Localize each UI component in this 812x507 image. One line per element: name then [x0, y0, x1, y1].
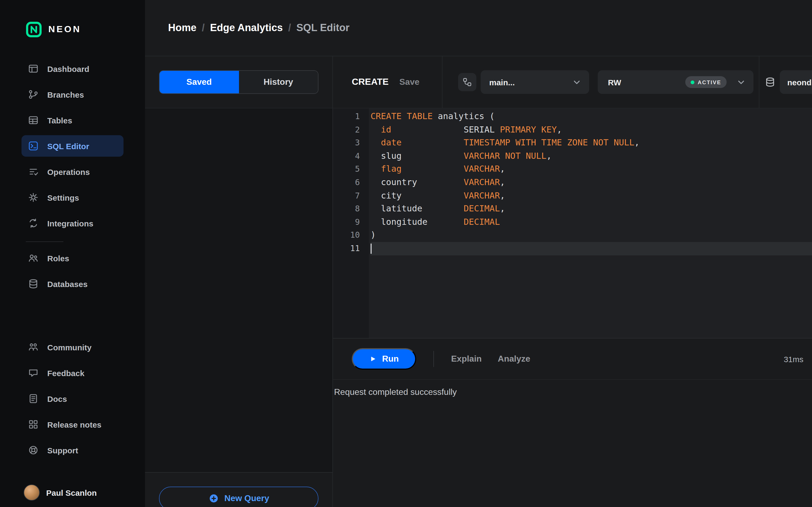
breadcrumb-project[interactable]: Edge Analytics — [210, 22, 283, 34]
editor-header-left: CREATE Save — [333, 56, 442, 108]
line-number: 11 — [333, 242, 360, 255]
database-cylinder-icon — [765, 77, 775, 88]
sidebar-item-integrations[interactable]: Integrations — [21, 213, 123, 234]
roles-icon — [28, 253, 39, 264]
database-select[interactable]: neondb — [780, 70, 812, 94]
sidebar-item-branches[interactable]: Branches — [21, 84, 123, 105]
code-line[interactable]: flag VARCHAR, — [370, 163, 812, 176]
queries-panel-footer: New Query — [145, 473, 333, 507]
analyze-button[interactable]: Analyze — [498, 354, 530, 364]
sidebar-item-label: Tables — [47, 116, 72, 125]
run-button[interactable]: Run — [352, 348, 416, 370]
code-line[interactable]: latitude DECIMAL, — [370, 202, 812, 215]
sidebar-item-dashboard[interactable]: Dashboard — [21, 58, 123, 79]
sidebar-item-label: SQL Editor — [47, 142, 89, 151]
user-menu[interactable]: Paul Scanlon — [0, 485, 145, 501]
line-number: 6 — [333, 176, 360, 189]
sidebar-item-community[interactable]: Community — [21, 336, 123, 358]
settings-gear-icon — [28, 192, 39, 203]
code-line[interactable]: country VARCHAR, — [370, 176, 812, 189]
operations-icon — [28, 166, 39, 177]
breadcrumb-separator: / — [288, 22, 291, 34]
code-line[interactable]: city VARCHAR, — [370, 189, 812, 202]
sidebar-item-release-notes[interactable]: Release notes — [21, 414, 123, 435]
brand-wordmark: NEON — [48, 24, 81, 35]
database-icon — [28, 278, 39, 289]
query-tab-create[interactable]: CREATE — [352, 77, 389, 88]
play-icon — [369, 355, 377, 363]
community-icon — [28, 342, 39, 352]
tab-history[interactable]: History — [239, 71, 318, 93]
branch-select-value: main... — [489, 77, 515, 87]
avatar — [23, 485, 40, 501]
saved-queries-list[interactable] — [145, 108, 333, 473]
new-query-label: New Query — [224, 494, 269, 503]
integrations-icon — [28, 218, 39, 229]
sidebar-item-label: Feedback — [47, 368, 84, 378]
results-area: Request completed successfully — [333, 380, 812, 507]
save-button[interactable]: Save — [399, 77, 419, 87]
sidebar-item-roles[interactable]: Roles — [21, 247, 123, 269]
editor-header: CREATE Save main... — [333, 56, 812, 108]
breadcrumb: Home / Edge Analytics / SQL Editor — [145, 0, 812, 56]
code-line[interactable]: CREATE TABLE analytics ( — [370, 110, 812, 123]
code-line[interactable]: slug VARCHAR NOT NULL, — [370, 150, 812, 163]
query-status-message: Request completed successfully — [334, 387, 812, 397]
sidebar-item-databases[interactable]: Databases — [21, 273, 123, 294]
main-area: Home / Edge Analytics / SQL Editor Saved… — [145, 0, 812, 507]
chevron-down-icon — [736, 77, 746, 87]
compute-select[interactable]: RW ACTIVE — [598, 70, 754, 94]
sidebar-item-settings[interactable]: Settings — [21, 187, 123, 208]
sidebar-item-tables[interactable]: Tables — [21, 109, 123, 131]
sidebar-item-label: Release notes — [47, 420, 101, 429]
editor-header-controls: main... RW ACTIVE — [443, 56, 812, 108]
branch-select[interactable]: main... — [480, 70, 589, 94]
line-number: 3 — [333, 136, 360, 150]
breadcrumb-current-page: SQL Editor — [296, 22, 350, 34]
line-number-gutter: 1234567891011 — [333, 108, 369, 338]
sidebar-item-label: Integrations — [47, 219, 93, 228]
sidebar-item-label: Roles — [47, 253, 69, 263]
line-number: 9 — [333, 216, 360, 229]
breadcrumb-separator: / — [202, 22, 205, 34]
code-line[interactable]: date TIMESTAMP WITH TIME ZONE NOT NULL, — [370, 136, 812, 150]
sidebar-item-label: Databases — [47, 279, 88, 288]
line-number: 2 — [333, 123, 360, 136]
database-select-value: neondb — [787, 77, 812, 87]
sidebar-nav-secondary: Roles Databases — [0, 247, 145, 299]
code-line[interactable]: longitude DECIMAL — [370, 216, 812, 229]
compute-status-label: ACTIVE — [698, 79, 721, 85]
compute-select-value: RW — [608, 77, 621, 87]
sidebar-item-feedback[interactable]: Feedback — [21, 362, 123, 384]
header-divider — [759, 56, 759, 108]
new-query-button[interactable]: New Query — [159, 487, 318, 507]
code-line[interactable] — [370, 242, 812, 255]
line-number: 7 — [333, 189, 360, 202]
sidebar-item-support[interactable]: Support — [21, 439, 123, 461]
feedback-icon — [28, 368, 39, 378]
breadcrumb-home[interactable]: Home — [168, 22, 197, 34]
code-line[interactable]: id SERIAL PRIMARY KEY, — [370, 123, 812, 136]
sidebar-item-operations[interactable]: Operations — [21, 161, 123, 182]
sidebar-nav-footer: Community Feedback Docs Release notes Su… — [0, 336, 145, 465]
tab-saved[interactable]: Saved — [159, 71, 239, 93]
branches-icon — [28, 89, 39, 100]
sidebar-item-sql-editor[interactable]: SQL Editor — [21, 135, 123, 157]
line-number: 5 — [333, 163, 360, 176]
code-line[interactable]: ) — [370, 229, 812, 242]
explain-button[interactable]: Explain — [451, 354, 482, 364]
run-label: Run — [382, 354, 399, 364]
dashboard-icon — [28, 63, 39, 74]
sidebar-nav-main: Dashboard Branches Tables SQL Editor Ope… — [0, 58, 145, 238]
neon-logo-icon — [26, 21, 42, 38]
queries-panel: Saved History New Query — [145, 56, 333, 507]
app-window: NEON Dashboard Branches Tables SQL Edito… — [0, 0, 812, 507]
sidebar-item-docs[interactable]: Docs — [21, 388, 123, 409]
schema-diagram-button[interactable] — [458, 73, 476, 91]
circle-plus-icon — [208, 493, 219, 504]
line-number: 1 — [333, 110, 360, 123]
brand-logo-row[interactable]: NEON — [0, 20, 145, 39]
text-cursor — [370, 243, 372, 254]
line-number: 10 — [333, 229, 360, 242]
code-content[interactable]: CREATE TABLE analytics ( id SERIAL PRIMA… — [369, 108, 812, 338]
